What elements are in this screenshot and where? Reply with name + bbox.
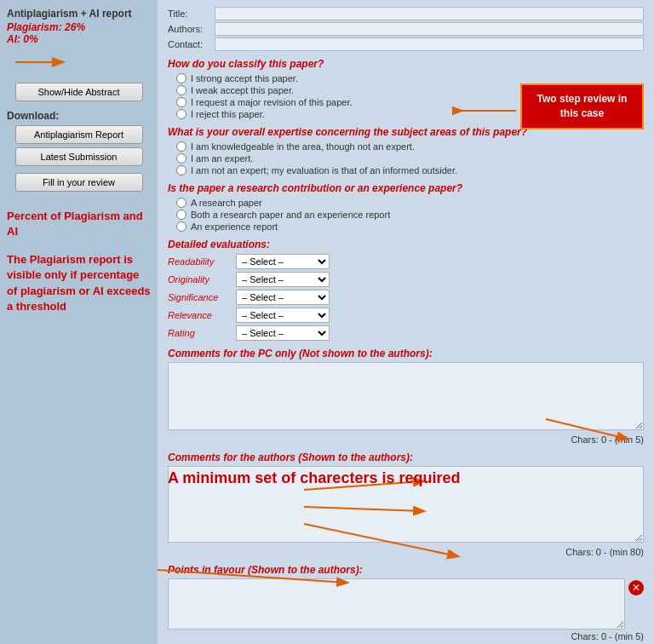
- points-favour-row: ✕: [168, 578, 644, 630]
- authors-value: [215, 22, 644, 36]
- authors-comments-section: Comments for the authors (Shown to the a…: [168, 451, 644, 557]
- eval-originality-select[interactable]: – Select –: [236, 272, 330, 287]
- ai-label: AI: 0%: [7, 33, 38, 45]
- q3-option-2[interactable]: Both a research paper and an experience …: [176, 210, 644, 220]
- favour-chars-info: Chars: 0 - (min 5): [168, 631, 644, 641]
- eval-readability-row: Readability – Select –: [168, 254, 644, 269]
- show-hide-abstract-button[interactable]: Show/Hide Abstract: [15, 83, 143, 101]
- contact-label: Contact:: [168, 39, 215, 49]
- authors-chars-info: Chars: 0 - (min 80): [168, 547, 644, 557]
- q2-section: What is your overall expertise concernin…: [168, 126, 644, 175]
- fill-review-button[interactable]: Fill in your review: [15, 173, 143, 192]
- authors-label: Authors:: [168, 24, 215, 34]
- two-step-arrow: [452, 94, 520, 128]
- pc-comments-label: Comments for the PC only (Not shown to t…: [168, 348, 644, 359]
- authors-comments-label: Comments for the authors (Shown to the a…: [168, 451, 644, 463]
- q3-label: Is the paper a research contribution or …: [168, 182, 644, 194]
- detailed-label: Detailed evaluations:: [168, 239, 644, 250]
- antiplagiarism-report-button[interactable]: Antiplagiarism Report: [15, 125, 143, 144]
- download-label: Download:: [7, 110, 151, 122]
- q3-section: Is the paper a research contribution or …: [168, 182, 644, 232]
- meta-section: Title: Authors: Contact:: [168, 7, 644, 51]
- annotation-plagiarism: Percent of Plagiarism and AI: [7, 209, 151, 239]
- eval-significance-row: Significance – Select –: [168, 290, 644, 305]
- q2-option-3[interactable]: I am not an expert; my evaluation is tha…: [176, 165, 644, 175]
- annotation-threshold: The Plagiarism report is visible only if…: [7, 252, 151, 314]
- contact-row: Contact:: [168, 37, 644, 51]
- q3-option-3[interactable]: An experience report: [176, 221, 644, 232]
- eval-relevance-select[interactable]: – Select –: [236, 308, 330, 323]
- pc-chars-arrow: [542, 415, 644, 445]
- plagiarism-label: Plagiarism: 26%: [7, 21, 85, 33]
- title-row: Title:: [168, 7, 644, 20]
- points-favour-textarea[interactable]: [168, 578, 625, 630]
- evaluations-section: Detailed evaluations: Readability – Sele…: [168, 239, 644, 341]
- eval-significance-select[interactable]: – Select –: [236, 290, 330, 305]
- plagiarism-arrow: [7, 45, 75, 79]
- two-step-review-annotation: Two step review in this case: [520, 83, 644, 129]
- q2-option-1[interactable]: I am knowledgeable in the area, though n…: [176, 141, 644, 152]
- sidebar-title: Antiplagiarism + AI report: [7, 7, 151, 21]
- eval-relevance-row: Relevance – Select –: [168, 308, 644, 323]
- points-favour-wrapper: ✕: [168, 578, 644, 630]
- points-favour-section: Points in favour (Shown to the authors):…: [168, 564, 644, 644]
- min-chars-annotation: A minimum set of charecters is required: [168, 469, 460, 488]
- eval-readability-label: Readability: [168, 256, 236, 267]
- eval-originality-label: Originality: [168, 274, 236, 285]
- eval-rating-label: Rating: [168, 328, 236, 338]
- sidebar: Antiplagiarism + AI report Plagiarism: 2…: [0, 0, 158, 644]
- main-content: Title: Authors: Contact: How do you clas…: [158, 0, 654, 644]
- plagiarism-info: Plagiarism: 26% AI: 0%: [7, 21, 151, 45]
- q1-section: How do you classify this paper? I strong…: [168, 58, 644, 119]
- q3-option-1[interactable]: A research paper: [176, 198, 644, 208]
- q1-option-1[interactable]: I strong accept this paper.: [176, 73, 644, 83]
- pc-comments-section: Comments for the PC only (Not shown to t…: [168, 348, 644, 445]
- svg-line-2: [546, 419, 627, 439]
- title-value: [215, 7, 644, 20]
- authors-row: Authors:: [168, 22, 644, 36]
- eval-originality-row: Originality – Select –: [168, 272, 644, 287]
- latest-submission-button[interactable]: Latest Submission: [15, 147, 143, 166]
- q2-option-2[interactable]: I am an expert.: [176, 153, 644, 164]
- eval-readability-select[interactable]: – Select –: [236, 254, 330, 269]
- eval-rating-select[interactable]: – Select –: [236, 325, 330, 341]
- title-label: Title:: [168, 9, 215, 19]
- contact-value: [215, 37, 644, 51]
- points-favour-label: Points in favour (Shown to the authors):: [168, 564, 644, 576]
- two-step-review-box: Two step review in this case: [520, 83, 644, 129]
- q1-label: How do you classify this paper?: [168, 58, 644, 70]
- eval-significance-label: Significance: [168, 292, 236, 302]
- eval-relevance-label: Relevance: [168, 310, 236, 320]
- delete-favour-button[interactable]: ✕: [628, 580, 644, 595]
- pc-chars-row: Chars: 0 - (min 5): [168, 434, 644, 445]
- eval-rating-row: Rating – Select –: [168, 325, 644, 341]
